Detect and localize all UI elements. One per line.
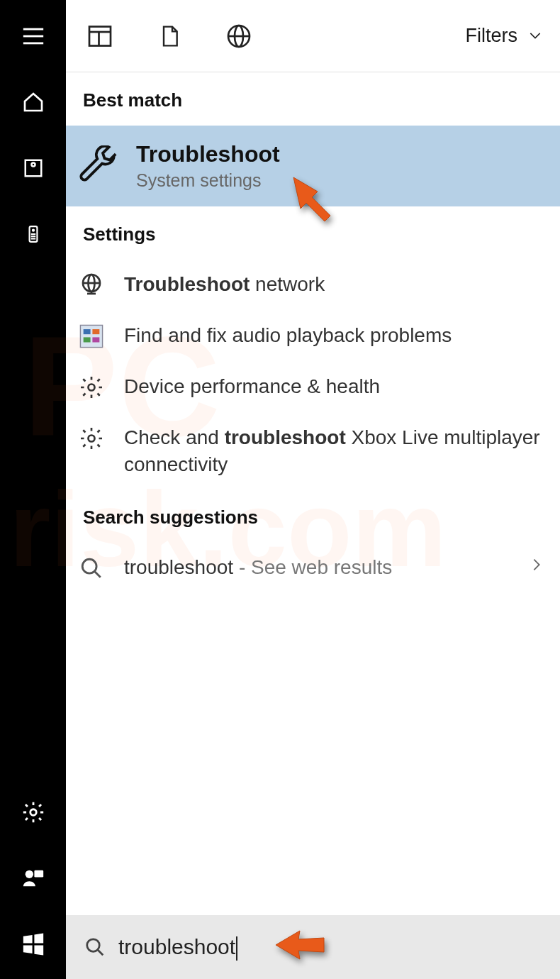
svg-point-4	[31, 163, 35, 167]
svg-point-6	[32, 230, 33, 231]
hamburger-icon[interactable]	[20, 23, 47, 50]
control-panel-icon	[77, 322, 106, 350]
svg-point-30	[89, 436, 95, 442]
settings-item-network[interactable]: Troubleshoot network	[66, 260, 560, 311]
settings-item-device-health[interactable]: Device performance & health	[66, 362, 560, 413]
annotation-arrow	[273, 927, 326, 968]
gear-icon	[77, 424, 106, 453]
filters-dropdown[interactable]: Filters	[466, 25, 547, 47]
svg-point-29	[89, 385, 95, 391]
settings-item-audio[interactable]: Find and fix audio playback problems	[66, 311, 560, 362]
feedback-icon[interactable]	[20, 865, 47, 892]
chevron-down-icon	[525, 29, 546, 43]
svg-marker-35	[293, 177, 330, 221]
globe-network-icon	[77, 271, 106, 299]
web-filter-icon[interactable]	[226, 23, 252, 49]
wrench-icon	[77, 144, 121, 188]
svg-point-11	[25, 870, 33, 878]
svg-line-32	[94, 571, 101, 577]
svg-rect-28	[92, 337, 99, 342]
annotation-arrow	[289, 173, 339, 226]
gear-icon[interactable]	[20, 799, 47, 826]
home-icon[interactable]	[20, 89, 47, 116]
svg-rect-27	[84, 337, 91, 342]
best-match-subtitle: System settings	[136, 170, 280, 191]
filters-label: Filters	[466, 25, 518, 47]
svg-marker-36	[276, 931, 324, 959]
windows-start-icon[interactable]	[20, 931, 47, 958]
svg-point-10	[30, 809, 36, 816]
settings-item-label: Find and fix audio playback problems	[124, 322, 544, 349]
svg-rect-12	[34, 870, 43, 878]
web-suggestion[interactable]: troubleshoot - See web results	[66, 543, 560, 594]
svg-point-33	[87, 939, 100, 952]
svg-rect-25	[84, 329, 91, 334]
best-match-header: Best match	[66, 72, 560, 126]
best-match-title: Troubleshoot	[136, 141, 280, 167]
photo-icon[interactable]	[20, 155, 47, 182]
remote-icon[interactable]	[20, 221, 47, 248]
svg-rect-24	[80, 325, 102, 347]
svg-point-31	[82, 559, 96, 573]
svg-rect-13	[89, 26, 111, 45]
results-filter-bar: Filters	[66, 0, 560, 72]
svg-rect-26	[92, 329, 99, 334]
settings-item-label: Troubleshoot network	[124, 271, 544, 298]
chevron-right-icon	[529, 554, 544, 580]
search-icon	[77, 554, 106, 582]
svg-line-34	[98, 950, 103, 956]
settings-item-label: Check and troubleshoot Xbox Live multipl…	[124, 424, 544, 478]
apps-filter-icon[interactable]	[87, 23, 113, 49]
search-results-panel: PC risk.com Filters Best match	[66, 0, 560, 979]
suggestion-text: troubleshoot - See web results	[124, 554, 510, 581]
gear-icon	[77, 373, 106, 402]
search-icon	[84, 936, 106, 958]
sidebar-rail	[0, 0, 66, 979]
suggestions-header: Search suggestions	[66, 490, 560, 543]
documents-filter-icon[interactable]	[157, 23, 182, 49]
search-input-value: troubleshoot	[118, 935, 235, 959]
settings-item-label: Device performance & health	[124, 373, 544, 400]
settings-item-xbox[interactable]: Check and troubleshoot Xbox Live multipl…	[66, 413, 560, 490]
